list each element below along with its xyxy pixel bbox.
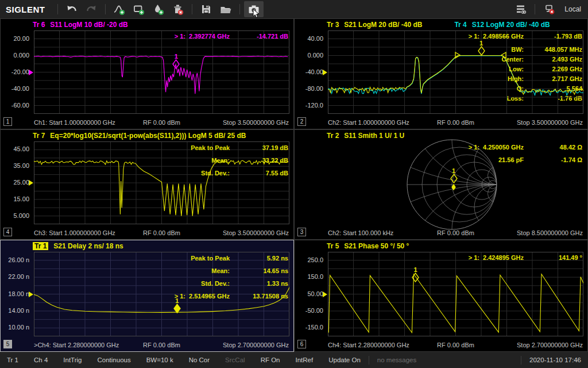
status-item-intref[interactable]: IntRef: [296, 356, 314, 363]
redo-icon: [86, 3, 97, 15]
readout-row: Center:2.493 GHz: [501, 56, 582, 63]
panel-6[interactable]: Tr 5S21 Phase 50 °/ 50 °> 1: 2.424895 GH…: [294, 240, 588, 352]
readout-row: > 1: 2.514965 GHz13.71508 ns: [175, 293, 288, 300]
marker-number-label: 1: [452, 167, 455, 174]
readout-label: > 1: 2.392774 GHz: [175, 33, 230, 40]
y-axis-label: 250.0: [295, 256, 323, 263]
marker-diamond[interactable]: [412, 273, 419, 285]
ref-level-arrow: [323, 70, 327, 75]
panel-1[interactable]: Tr 6S11 LogM 10 dB/ -20 dB> 1: 2.392774 …: [0, 18, 294, 129]
readout-row: Peak to Peak5.92 ns: [191, 255, 288, 262]
trace-name: Tr 7: [33, 132, 45, 140]
footer-stimulus-stop: Stop 3.500000000 GHz: [517, 119, 583, 126]
panel-5[interactable]: Tr 1S21 Delay 2 ns/ 18 nsPeak to Peak5.9…: [0, 240, 294, 352]
status-item-continuous[interactable]: Continuous: [98, 356, 131, 363]
plot-grid: [328, 252, 583, 336]
bandwidth-marker[interactable]: [501, 51, 506, 61]
readout-value: 2.493 GHz: [524, 56, 582, 63]
readout-row: > 1: 2.424895 GHz141.49 °: [469, 254, 582, 261]
toolbar-separator: [105, 4, 106, 14]
y-axis-label: 35.00: [1, 162, 29, 169]
status-item-inttrig[interactable]: IntTrig: [63, 356, 82, 363]
marker-diamond[interactable]: [172, 59, 180, 71]
delete-trash-icon: [172, 3, 184, 16]
save-button[interactable]: [196, 1, 216, 17]
readout-value: 1.33 ns: [230, 280, 288, 287]
trace-title[interactable]: Tr 5S21 Phase 50 °/ 50 °: [327, 242, 409, 250]
trace-name: Tr 6: [33, 21, 45, 29]
panel-2[interactable]: Tr 3S21 LogM 20 dB/ -40 dBTr 4S12 LogM 2…: [294, 18, 588, 129]
bandwidth-marker[interactable]: [455, 51, 461, 61]
add-marker-button[interactable]: [149, 1, 168, 17]
trace-title[interactable]: Tr 2S11 Smith 1 U/ 1 U: [327, 132, 404, 140]
status-item-tr-1[interactable]: Tr 1: [7, 356, 18, 363]
trace-title[interactable]: Tr 1S21 Delay 2 ns/ 18 ns: [33, 242, 123, 250]
y-axis-label: -50.00: [295, 307, 323, 314]
y-axis-label: -60.00: [1, 102, 29, 109]
add-window-button[interactable]: [129, 1, 149, 17]
status-item-ch-4[interactable]: Ch 4: [34, 356, 48, 363]
redo-button[interactable]: [82, 1, 101, 17]
open-button[interactable]: [216, 1, 235, 17]
panel-4[interactable]: Tr 7Eq=20*log10(S21/sqrt(1-pow(abs(S11),…: [0, 129, 294, 240]
status-item-bw-10-k[interactable]: BW=10 k: [146, 356, 173, 363]
y-axis-label: -20.00: [1, 68, 29, 75]
readout-label: High:: [508, 75, 524, 82]
readout-value: 7.55 dB: [230, 170, 288, 177]
local-remote-label[interactable]: Local: [564, 5, 581, 13]
y-axis-label: 14.00 n: [1, 307, 29, 314]
marker-diamond[interactable]: [478, 46, 485, 58]
plot-area: > 1: 2.424895 GHz141.49 °1: [328, 252, 583, 336]
status-datetime: 2020-11-10 17:46: [529, 356, 581, 363]
y-axis-label: 15.00: [1, 195, 29, 202]
readout-value: 48.42 Ω: [524, 144, 582, 151]
marker-diamond[interactable]: [451, 182, 456, 193]
readout-label: > 1: 2.498566 GHz: [469, 33, 524, 40]
readout-row: Std. Dev.:7.55 dB: [201, 170, 288, 177]
lan-error-icon: [543, 3, 555, 15]
footer-stimulus-stop: Stop 2.700000000 GHz: [517, 342, 583, 348]
lan-status-button[interactable]: [539, 1, 559, 17]
footer-stimulus-stop: Stop 2.700000000 GHz: [223, 342, 289, 348]
layout-list-icon: [515, 3, 527, 15]
marker-number-label: 1: [479, 40, 483, 47]
readout-label: > 1: 2.514965 GHz: [175, 293, 230, 300]
readout-row: Std. Dev.:1.33 ns: [201, 280, 288, 287]
footer-stimulus-stop: Stop 3.500000000 GHz: [223, 229, 289, 236]
open-folder-icon: [219, 3, 231, 15]
status-message: no messages: [377, 356, 416, 363]
ref-level-arrow: [29, 292, 33, 297]
readout-label: Peak to Peak: [191, 144, 230, 151]
trace-title[interactable]: Tr 6S11 LogM 10 dB/ -20 dB: [33, 21, 128, 29]
readout-value: 14.65 ns: [230, 267, 288, 274]
y-axis-label: 10.00 n: [1, 324, 29, 331]
y-axis-label: 50.00: [295, 290, 323, 297]
status-bar: Tr 1Ch 4IntTrigContinuousBW=10 kNo CorSr…: [0, 352, 588, 368]
marker-diamond[interactable]: [173, 304, 181, 316]
readout-row: 21.56 pF-1.74 Ω: [498, 156, 582, 163]
footer-stimulus-stop: Stop 8.500000000 GHz: [517, 229, 583, 236]
layout-button[interactable]: [511, 1, 531, 17]
add-trace-button[interactable]: [110, 1, 129, 17]
trace-title[interactable]: Tr 7Eq=20*log10(S21/sqrt(1-pow(abs(S11),…: [33, 132, 246, 140]
status-item-no-cor[interactable]: No Cor: [189, 356, 210, 363]
readout-row: Low:2.269 GHz: [509, 66, 582, 72]
status-item-srccal[interactable]: SrcCal: [225, 356, 245, 363]
readout-value: 13.71508 ns: [230, 293, 288, 300]
window-number-badge: 6: [297, 340, 306, 348]
delete-button[interactable]: [168, 1, 188, 17]
undo-button[interactable]: [62, 1, 82, 17]
panel-3[interactable]: Tr 2S11 Smith 1 U/ 1 U> 1: 4.250050 GHz4…: [294, 129, 588, 240]
readout-label: > 1: 2.424895 GHz: [469, 254, 524, 261]
readout-label: 21.56 pF: [498, 156, 524, 163]
status-item-rf-on[interactable]: RF On: [261, 356, 280, 363]
trace-name: Tr 2: [327, 132, 339, 140]
trace-title[interactable]: Tr 3S21 LogM 20 dB/ -40 dBTr 4S12 LogM 2…: [327, 21, 550, 29]
toolbar-separator: [535, 4, 535, 14]
y-axis-label: 5.000: [1, 212, 29, 219]
trace-format: S21 Delay 2 ns/ 18 ns: [53, 242, 123, 250]
y-axis-label: 20.00: [1, 35, 29, 42]
window-number-badge: 3: [297, 228, 306, 236]
readout-label: > 1: 4.250050 GHz: [469, 144, 524, 151]
status-item-update-on[interactable]: Update On: [328, 356, 361, 363]
